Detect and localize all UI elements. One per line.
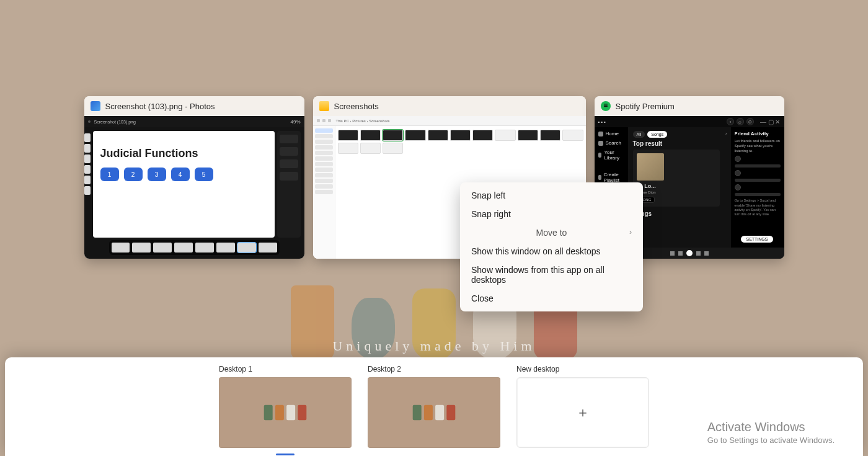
window-photos-header: Screenshot (103).png - Photos xyxy=(84,96,304,116)
desktop-1-thumbnail[interactable] xyxy=(219,377,352,448)
slide-card-2: 2 xyxy=(124,168,143,181)
active-desktop-indicator xyxy=(276,454,294,455)
chip-songs: Songs xyxy=(647,131,667,138)
spotify-top-result-heading: Top result xyxy=(633,140,727,147)
vase-orange xyxy=(291,285,334,360)
menu-move-to-label: Move to xyxy=(536,228,567,238)
menu-show-window-all-desktops[interactable]: Show this window on all desktops xyxy=(460,242,643,261)
menu-snap-left[interactable]: Snap left xyxy=(460,186,643,205)
spotify-nav-create: Create Playlist xyxy=(604,172,624,183)
task-view-row: Screenshot (103).png - Photos Screenshot… xyxy=(0,96,868,259)
friend-activity-hint: Let friends and followers on Spotify see… xyxy=(735,139,781,153)
photos-tab-filename: Screenshot (103).png xyxy=(94,120,136,124)
spotify-songs-heading: Songs xyxy=(633,210,727,217)
window-controls: — ▢ ✕ xyxy=(760,118,781,125)
track-title: To Lo... xyxy=(637,183,716,189)
virtual-desktop-bar: Desktop 1 Desktop 2 New desktop ＋ Activa… xyxy=(5,357,863,456)
menu-snap-right-label: Snap right xyxy=(471,209,511,219)
spotify-result-tile: To Lo... Céline Dion SONG xyxy=(633,150,720,207)
activation-watermark: Activate Windows Go to Settings to activ… xyxy=(707,420,835,445)
window-photos[interactable]: Screenshot (103).png - Photos Screenshot… xyxy=(84,96,304,259)
slide-card-5: 5 xyxy=(195,168,213,181)
friend-settings-button: SETTINGS xyxy=(741,236,773,243)
friend-activity-heading: Friend Activity xyxy=(735,131,781,136)
chevron-right-icon: › xyxy=(725,131,727,138)
photos-app-icon xyxy=(91,101,100,111)
menu-show-app-all-desktops[interactable]: Show windows from this app on all deskto… xyxy=(460,261,643,289)
prev-icon xyxy=(678,251,683,256)
nav-back-icon: ‹ xyxy=(727,118,734,125)
menu-move-to[interactable]: Move to › xyxy=(460,223,643,242)
menu-show-app-all-desktops-label: Show windows from this app on all deskto… xyxy=(471,265,632,285)
wallpaper-tagline: Uniquely made by Him xyxy=(332,338,535,354)
menu-snap-left-label: Snap left xyxy=(471,190,505,200)
desktop-2-label: Desktop 2 xyxy=(368,365,500,373)
track-artist: Céline Dion xyxy=(637,190,716,194)
play-icon xyxy=(686,250,693,256)
repeat-icon xyxy=(704,251,709,256)
slide-card-1: 1 xyxy=(100,168,119,181)
plus-icon: ＋ xyxy=(576,403,590,422)
desktop-1-label: Desktop 1 xyxy=(219,365,352,373)
menu-close-label: Close xyxy=(471,293,494,303)
window-photos-title: Screenshot (103).png - Photos xyxy=(105,102,215,111)
new-desktop-label: New desktop xyxy=(516,365,649,373)
album-art xyxy=(637,153,664,181)
friend-activity-footer: Go to Settings > Social and enable 'Shar… xyxy=(735,199,781,217)
chip-all: All xyxy=(633,131,645,138)
spotify-nav-search: Search xyxy=(606,140,621,146)
profile-icon: ☺ xyxy=(746,118,754,125)
slide-card-4: 4 xyxy=(171,168,190,181)
explorer-breadcrumb: This PC › Pictures › Screenshots xyxy=(336,119,390,123)
new-desktop-button[interactable]: ＋ xyxy=(516,377,649,448)
desktop-2-thumbnail[interactable] xyxy=(368,377,500,448)
window-spotify-header: Spotify Premium xyxy=(595,96,784,116)
desktop-2[interactable]: Desktop 2 xyxy=(368,365,500,455)
next-icon xyxy=(696,251,701,256)
menu-snap-right[interactable]: Snap right xyxy=(460,205,643,223)
spotify-nav-library: Your Library xyxy=(604,150,624,161)
chevron-right-icon: › xyxy=(629,228,632,236)
window-spotify-title: Spotify Premium xyxy=(616,102,675,111)
window-explorer-title: Screenshots xyxy=(334,102,379,111)
spotify-nav-home: Home xyxy=(606,131,619,136)
window-photos-preview: Screenshot (103).png 49% Judicial Functi… xyxy=(84,116,304,259)
activation-title: Activate Windows xyxy=(707,420,835,434)
window-context-menu: Snap left Snap right Move to › Show this… xyxy=(460,182,643,311)
shuffle-icon xyxy=(670,251,675,256)
activation-subtitle: Go to Settings to activate Windows. xyxy=(707,436,835,445)
photos-slide-title: Judicial Functions xyxy=(100,147,267,160)
more-icon: ••• xyxy=(598,119,607,125)
search-icon: ⌕ xyxy=(737,118,744,125)
folder-icon xyxy=(319,101,329,111)
new-desktop[interactable]: New desktop ＋ xyxy=(516,365,649,455)
desktop-1[interactable]: Desktop 1 xyxy=(219,365,352,455)
menu-close[interactable]: Close xyxy=(460,289,643,308)
menu-show-window-all-desktops-label: Show this window on all desktops xyxy=(471,246,601,256)
window-explorer-header: Screenshots xyxy=(313,96,586,116)
photos-zoom: 49% xyxy=(290,119,300,125)
slide-card-3: 3 xyxy=(148,168,166,181)
spotify-icon xyxy=(601,101,611,111)
